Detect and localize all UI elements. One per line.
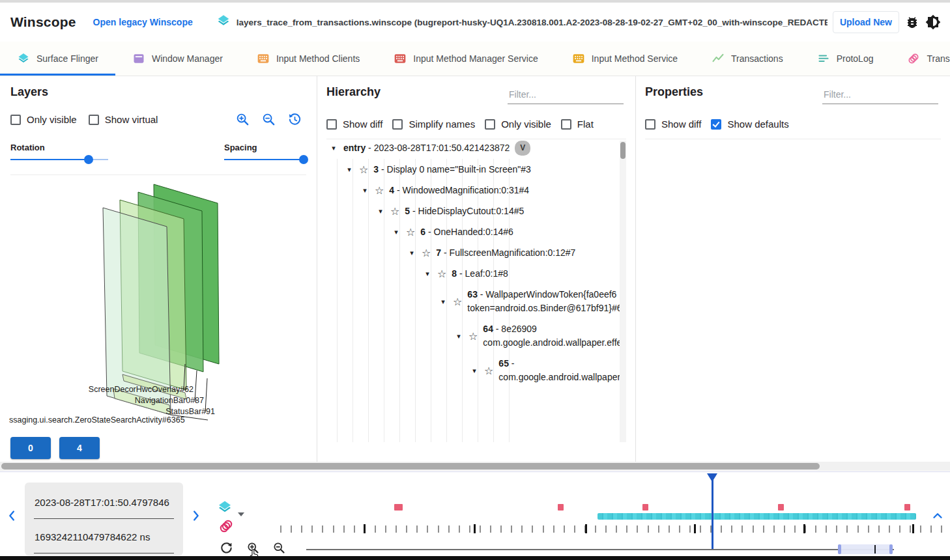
pin-star-icon[interactable]: ☆	[359, 163, 368, 176]
expand-arrow-icon[interactable]: ▾	[345, 165, 354, 174]
refresh-icon[interactable]	[220, 541, 233, 557]
only-visible-checkbox[interactable]: Only visible	[485, 119, 551, 130]
pin-star-icon[interactable]: ☆	[484, 365, 493, 377]
pin-star-icon[interactable]: ☆	[468, 330, 478, 343]
show-diff-checkbox[interactable]: Show diff	[645, 119, 701, 130]
simplify-names-checkbox[interactable]: Simplify names	[392, 119, 475, 130]
layers-3d-view[interactable]: ScreenDecorHwcOverlay#62 NavigationBar0#…	[10, 175, 306, 430]
checkbox[interactable]	[392, 119, 403, 130]
collapse-timeline-chevron-icon[interactable]	[930, 509, 945, 523]
tree-node[interactable]: ▾☆7 - FullscreenMagnification:0:12#7	[326, 246, 616, 260]
pin-star-icon[interactable]: ☆	[422, 247, 431, 259]
zoom-out-icon[interactable]	[272, 541, 286, 557]
surface-flinger-trace-icon[interactable]	[217, 499, 233, 518]
pin-star-icon[interactable]: ☆	[453, 296, 462, 308]
ns-timestamp-input[interactable]	[34, 521, 174, 553]
show-virtual-checkbox[interactable]: Show virtual	[89, 114, 158, 125]
tab-window-manager[interactable]: Window Manager	[115, 42, 240, 76]
horizontal-scrollbar[interactable]	[0, 462, 950, 471]
expand-arrow-icon[interactable]: ▾	[470, 367, 479, 375]
checkbox[interactable]	[485, 119, 495, 130]
surface-flinger-trace-bar[interactable]	[597, 513, 916, 520]
hierarchy-tree: ▾entry - 2023-08-28T17:01:50.421423872V▾…	[326, 141, 626, 442]
overview-handle-left[interactable]	[838, 544, 841, 554]
expand-arrow-icon[interactable]: ▾	[439, 298, 448, 306]
tree-node[interactable]: ▾☆8 - Leaf:0:1#8	[326, 267, 616, 281]
tab-input-method-clients[interactable]: Input Method Clients	[240, 42, 377, 76]
overview-handle-right[interactable]	[889, 544, 893, 554]
tab-transactions[interactable]: Transactions	[695, 42, 800, 76]
layer-id-button-4[interactable]: 4	[59, 437, 100, 459]
pin-star-icon[interactable]: ☆	[437, 268, 446, 280]
ruler-tick	[385, 525, 386, 533]
timeline-cursor[interactable]	[712, 473, 713, 550]
show-diff-checkbox[interactable]: Show diff	[326, 119, 382, 130]
expand-arrow-icon[interactable]: ▾	[407, 249, 416, 257]
expand-arrow-icon[interactable]: ▾	[360, 186, 369, 195]
ruler-tick	[500, 525, 502, 533]
spacing-slider[interactable]	[224, 155, 306, 164]
transition-marker[interactable]	[642, 504, 648, 511]
tree-node[interactable]: ▾☆3 - Display 0 name="Built-in Screen"#3	[326, 163, 616, 176]
expand-arrow-icon[interactable]: ▾	[392, 228, 401, 236]
only-visible-checkbox[interactable]: Only visible	[10, 114, 77, 125]
expand-arrow-icon[interactable]: ▾	[376, 207, 385, 216]
tab-surface-flinger[interactable]: Surface Flinger	[0, 42, 115, 76]
slider-thumb[interactable]	[84, 155, 93, 164]
overview-track[interactable]	[306, 549, 894, 550]
expand-arrow-icon[interactable]: ▾	[423, 270, 432, 278]
tab-input-method-service[interactable]: Input Method Service	[555, 42, 695, 76]
tree-node[interactable]: ▾☆6 - OneHanded:0:14#6	[326, 225, 616, 239]
checkbox[interactable]	[711, 119, 721, 130]
transition-marker[interactable]	[904, 504, 910, 511]
scrollbar-thumb[interactable]	[620, 142, 626, 159]
ruler-tick	[616, 525, 617, 533]
show-defaults-checkbox[interactable]: Show defaults	[711, 119, 788, 130]
flat-checkbox[interactable]: Flat	[561, 119, 594, 130]
dark-mode-toggle-icon[interactable]	[925, 14, 941, 30]
tree-node[interactable]: ▾☆65 - com.google.android.wallpaper.effe…	[326, 357, 616, 384]
tab-transitions[interactable]: Transitions	[890, 42, 950, 76]
trace-selector-caret-icon[interactable]	[238, 512, 244, 516]
report-bug-icon[interactable]	[904, 14, 920, 30]
expand-arrow-icon[interactable]: ▾	[454, 332, 463, 341]
checkbox[interactable]	[561, 119, 571, 130]
rotation-slider[interactable]	[10, 155, 108, 164]
tree-node[interactable]: ▾☆64 - 8e26909 com.google.android.wallpa…	[326, 322, 616, 350]
tree-node[interactable]: ▾entry - 2023-08-28T17:01:50.421423872V	[326, 141, 616, 156]
tab-input-method-manager-service[interactable]: Input Method Manager Service	[377, 42, 554, 76]
zoom-out-icon[interactable]	[261, 112, 276, 127]
overview-selection[interactable]	[839, 544, 891, 554]
transition-marker[interactable]	[394, 504, 403, 511]
prev-entry-chevron-icon[interactable]	[5, 509, 20, 523]
transitions-trace-icon[interactable]	[218, 518, 234, 537]
zoom-in-icon[interactable]	[235, 112, 250, 127]
hierarchy-scrollbar[interactable]	[620, 141, 626, 442]
tree-node[interactable]: ▾☆4 - WindowedMagnification:0:31#4	[326, 184, 616, 197]
checkbox[interactable]	[645, 119, 655, 130]
scrollbar-thumb[interactable]	[1, 463, 820, 469]
open-legacy-link[interactable]: Open legacy Winscope	[93, 17, 193, 27]
layer-id-button-0[interactable]: 0	[10, 437, 51, 459]
slider-fill	[10, 159, 89, 160]
hierarchy-filter-input[interactable]	[508, 85, 624, 104]
reset-view-icon[interactable]	[287, 112, 302, 127]
next-entry-chevron-icon[interactable]	[188, 509, 203, 523]
expand-arrow-icon[interactable]: ▾	[329, 144, 338, 152]
pin-star-icon[interactable]: ☆	[375, 184, 384, 197]
checkbox[interactable]	[89, 115, 99, 125]
transition-marker[interactable]	[558, 504, 564, 511]
slider-thumb[interactable]	[299, 155, 308, 164]
tab-protolog[interactable]: ProtoLog	[800, 42, 891, 76]
tree-node[interactable]: ▾☆5 - HideDisplayCutout:0:14#5	[326, 204, 616, 218]
pin-star-icon[interactable]: ☆	[390, 205, 399, 217]
properties-filter-input[interactable]	[822, 85, 938, 104]
checkbox[interactable]	[10, 115, 21, 125]
tree-node[interactable]: ▾☆63 - WallpaperWindowToken{fa0eef6 toke…	[326, 288, 616, 315]
upload-new-button[interactable]: Upload New	[833, 11, 899, 33]
rotation-label: Rotation	[10, 143, 108, 152]
pin-star-icon[interactable]: ☆	[406, 226, 415, 238]
transition-marker[interactable]	[778, 504, 784, 511]
human-timestamp-input[interactable]	[34, 486, 174, 519]
checkbox[interactable]	[326, 119, 337, 130]
